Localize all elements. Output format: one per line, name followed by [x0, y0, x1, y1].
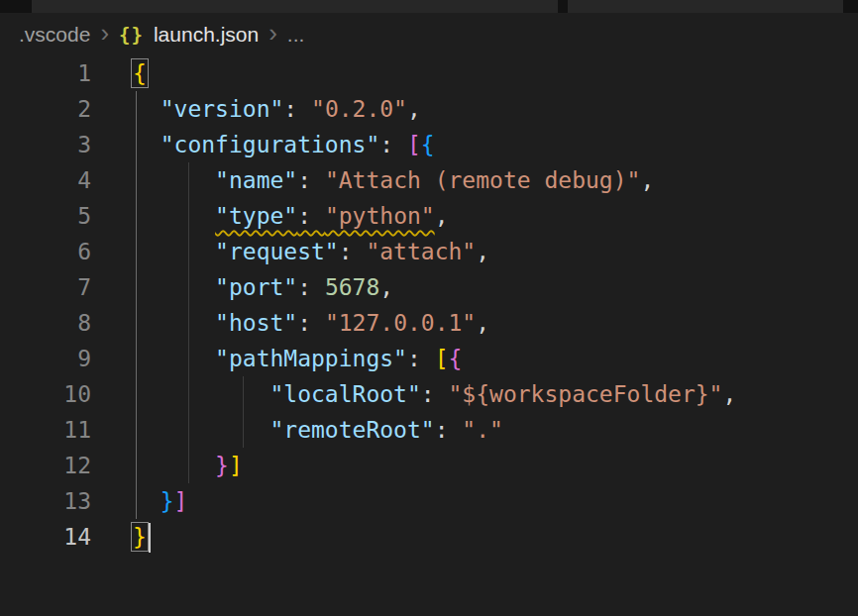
- code-lines: 1{2 "version": "0.2.0",3 "configurations…: [0, 55, 858, 555]
- line-number[interactable]: 5: [0, 198, 91, 234]
- indent: [133, 274, 215, 300]
- token: "${workspaceFolder}": [449, 381, 723, 407]
- token: ,: [407, 96, 421, 122]
- code-content: "request": "attach",: [133, 234, 489, 269]
- breadcrumb-file[interactable]: launch.json: [154, 23, 259, 47]
- indent: [133, 167, 215, 193]
- code-content: "pathMappings": [{: [133, 341, 462, 376]
- token: }: [215, 453, 229, 478]
- code-line[interactable]: 13 }]: [0, 483, 858, 519]
- indent: [133, 96, 161, 122]
- indent: [133, 488, 161, 514]
- line-number[interactable]: 1: [0, 55, 91, 91]
- code-line[interactable]: 3 "configurations": [{: [0, 127, 858, 162]
- indent: [133, 346, 215, 371]
- token: :: [297, 274, 325, 300]
- token: ,: [476, 239, 489, 264]
- code-content: "type": "python",: [133, 198, 449, 234]
- code-line[interactable]: 8 "host": "127.0.0.1",: [0, 305, 858, 341]
- token: "Attach (remote debug)": [325, 167, 641, 193]
- indent: [133, 239, 215, 264]
- token: ,: [476, 310, 489, 336]
- text-cursor: [149, 523, 151, 553]
- tab-bar-edge: [0, 0, 858, 13]
- token: {: [449, 346, 463, 371]
- code-line[interactable]: 5 "type": "python",: [0, 198, 858, 234]
- token: "attach": [366, 239, 476, 264]
- token: "remoteRoot": [269, 417, 434, 443]
- token: "name": [215, 167, 297, 193]
- code-line[interactable]: 7 "port": 5678,: [0, 269, 858, 305]
- token: "0.2.0": [311, 96, 407, 122]
- breadcrumb-folder[interactable]: .vscode: [19, 23, 90, 47]
- line-number[interactable]: 7: [0, 269, 91, 305]
- token: [: [435, 346, 449, 371]
- indent: [133, 310, 215, 336]
- line-number[interactable]: 12: [0, 448, 91, 483]
- indent: [133, 417, 269, 443]
- token: ]: [174, 488, 188, 514]
- code-line[interactable]: 1{: [0, 55, 858, 91]
- code-content: "name": "Attach (remote debug)",: [133, 162, 654, 198]
- code-content: "localRoot": "${workspaceFolder}",: [133, 376, 736, 412]
- indent: [133, 381, 269, 407]
- code-line[interactable]: 9 "pathMappings": [{: [0, 341, 858, 376]
- token: :: [283, 96, 311, 122]
- code-content: "host": "127.0.0.1",: [133, 305, 489, 341]
- line-number[interactable]: 3: [0, 127, 91, 162]
- code-content: "port": 5678,: [133, 269, 393, 305]
- code-content: }]: [133, 448, 243, 483]
- chevron-right-icon: ›: [100, 20, 109, 46]
- token: :: [421, 381, 449, 407]
- token: }: [133, 524, 147, 550]
- line-number[interactable]: 14: [0, 519, 91, 555]
- token: ]: [229, 453, 243, 478]
- line-number[interactable]: 10: [0, 376, 91, 412]
- token: :: [339, 239, 367, 264]
- token: "pathMappings": [215, 346, 407, 371]
- token: "version": [161, 96, 284, 122]
- code-line[interactable]: 14}: [0, 519, 858, 555]
- code-line[interactable]: 6 "request": "attach",: [0, 234, 858, 269]
- token: ,: [640, 167, 654, 193]
- token: ".": [462, 417, 503, 443]
- code-content: "version": "0.2.0",: [133, 91, 421, 127]
- code-content: {: [133, 55, 147, 91]
- token: ,: [379, 274, 393, 300]
- token: {: [133, 60, 147, 86]
- code-line[interactable]: 4 "name": "Attach (remote debug)",: [0, 162, 858, 198]
- code-content: "remoteRoot": ".": [133, 412, 503, 448]
- tab-edge-left: [0, 0, 32, 13]
- token: "python": [325, 203, 435, 229]
- code-line[interactable]: 2 "version": "0.2.0",: [0, 91, 858, 127]
- tab-divider: [843, 0, 858, 13]
- indent: [133, 132, 161, 157]
- token: :: [379, 132, 407, 157]
- code-line[interactable]: 12 }]: [0, 448, 858, 483]
- token: :: [297, 167, 325, 193]
- token: [: [407, 132, 421, 157]
- code-content: "configurations": [{: [133, 127, 435, 162]
- line-number[interactable]: 2: [0, 91, 91, 127]
- token: "port": [215, 274, 297, 300]
- breadcrumb-symbol-overflow[interactable]: ...: [287, 23, 305, 47]
- editor[interactable]: 1{2 "version": "0.2.0",3 "configurations…: [0, 55, 858, 555]
- line-number[interactable]: 13: [0, 483, 91, 519]
- line-number[interactable]: 4: [0, 162, 91, 198]
- code-line[interactable]: 10 "localRoot": "${workspaceFolder}",: [0, 376, 858, 412]
- token: :: [435, 417, 463, 443]
- line-number[interactable]: 6: [0, 234, 91, 269]
- line-number[interactable]: 9: [0, 341, 91, 376]
- token: "host": [215, 310, 297, 336]
- token: "localRoot": [269, 381, 420, 407]
- token: "127.0.0.1": [325, 310, 476, 336]
- token: "configurations": [161, 132, 380, 157]
- token: :: [297, 203, 325, 229]
- code-line[interactable]: 11 "remoteRoot": ".": [0, 412, 858, 448]
- indent: [133, 203, 215, 229]
- indent: [133, 453, 215, 478]
- breadcrumbs: .vscode › {} launch.json › ...: [0, 13, 858, 55]
- line-number[interactable]: 8: [0, 305, 91, 341]
- line-number[interactable]: 11: [0, 412, 91, 448]
- tab-divider: [558, 0, 568, 13]
